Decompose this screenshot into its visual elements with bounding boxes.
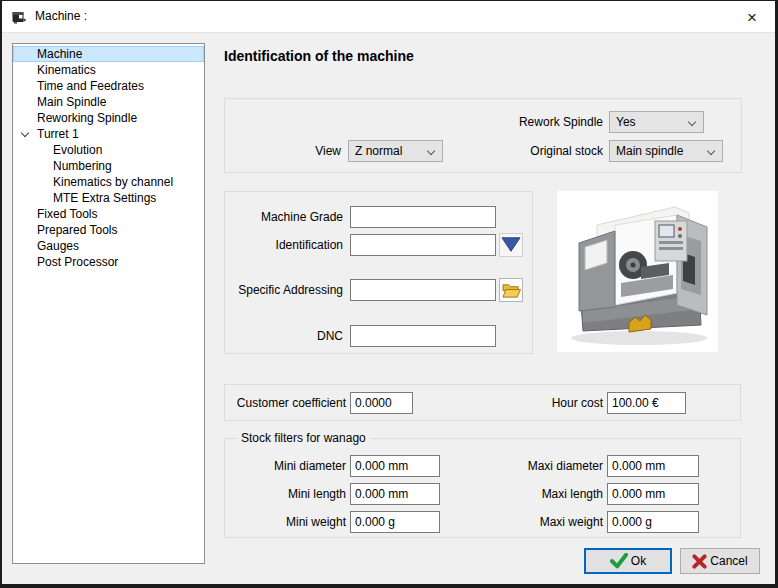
mini-length-field[interactable]	[350, 483, 440, 505]
specific-addressing-field[interactable]	[350, 279, 496, 301]
sidebar-item-kinematics-by-channel[interactable]: Kinematics by channel	[13, 174, 204, 190]
cancel-button[interactable]: Cancel	[680, 548, 760, 574]
machine-icon	[11, 9, 27, 25]
sidebar-item-mte-extra-settings[interactable]: MTE Extra Settings	[13, 190, 204, 206]
stock-filters-title: Stock filters for wanago	[237, 431, 370, 445]
cancel-x-icon	[692, 554, 707, 569]
sidebar-item-fixed-tools[interactable]: Fixed Tools	[13, 206, 204, 222]
folder-open-icon	[502, 282, 521, 299]
maxi-diameter-field[interactable]	[607, 455, 699, 477]
sidebar-item-gauges[interactable]: Gauges	[13, 238, 204, 254]
ok-button[interactable]: Ok	[584, 548, 672, 574]
rework-spindle-select[interactable]: Yes	[609, 111, 704, 133]
sidebar-item-time-and-feedrates[interactable]: Time and Feedrates	[13, 78, 204, 94]
browse-folder-button[interactable]	[499, 278, 523, 302]
close-button[interactable]: ×	[729, 1, 775, 33]
original-stock-value: Main spindle	[616, 144, 683, 158]
identification-field[interactable]	[350, 234, 496, 256]
original-stock-select[interactable]: Main spindle	[609, 140, 723, 162]
cancel-button-label: Cancel	[710, 554, 747, 568]
mini-length-label: Mini length	[225, 483, 346, 505]
mini-weight-label: Mini weight	[225, 511, 346, 533]
sidebar-item-kinematics[interactable]: Kinematics	[13, 62, 204, 78]
sidebar-item-label: Turret 1	[37, 127, 79, 141]
hour-cost-field[interactable]	[607, 392, 686, 414]
window-title: Machine :	[35, 9, 87, 23]
chevron-down-icon	[688, 118, 696, 126]
sidebar-item-main-spindle[interactable]: Main Spindle	[13, 94, 204, 110]
maxi-length-field[interactable]	[607, 483, 699, 505]
machine-dialog: Machine : × Machine Kinematics Time and …	[0, 0, 778, 588]
identification-picker-button[interactable]	[499, 233, 523, 257]
maxi-length-label: Maxi length	[465, 483, 603, 505]
sidebar-item-prepared-tools[interactable]: Prepared Tools	[13, 222, 204, 238]
stock-filters-group: Stock filters for wanago Mini diameter M…	[224, 438, 741, 538]
machine-photo	[557, 191, 718, 352]
mini-diameter-label: Mini diameter	[225, 455, 346, 477]
machine-grade-field[interactable]	[350, 206, 496, 228]
triangle-down-icon	[500, 236, 522, 254]
maxi-diameter-label: Maxi diameter	[465, 455, 603, 477]
machine-grade-label: Machine Grade	[225, 206, 343, 228]
sidebar-item-turret-1[interactable]: Turret 1	[13, 126, 204, 142]
maxi-weight-label: Maxi weight	[465, 511, 603, 533]
view-value: Z normal	[355, 144, 402, 158]
mini-diameter-field[interactable]	[350, 455, 440, 477]
customer-coefficient-label: Customer coefficient	[225, 392, 346, 414]
ok-button-label: Ok	[631, 554, 646, 568]
hour-cost-label: Hour cost	[465, 392, 603, 414]
dnc-label: DNC	[225, 325, 343, 347]
maxi-weight-field[interactable]	[607, 511, 699, 533]
sidebar-tree: Machine Kinematics Time and Feedrates Ma…	[12, 43, 205, 564]
page-title: Identification of the machine	[224, 48, 414, 64]
sidebar-item-evolution[interactable]: Evolution	[13, 142, 204, 158]
sidebar-item-machine[interactable]: Machine	[13, 46, 204, 62]
ok-check-icon	[610, 553, 628, 569]
dnc-field[interactable]	[350, 325, 496, 347]
specific-addressing-label: Specific Addressing	[225, 279, 343, 301]
mini-weight-field[interactable]	[350, 511, 440, 533]
sidebar-item-post-processor[interactable]: Post Processor	[13, 254, 204, 270]
rework-spindle-label: Rework Spindle	[225, 111, 603, 133]
original-stock-label: Original stock	[425, 140, 603, 162]
view-label: View	[225, 140, 341, 162]
sidebar-item-reworking-spindle[interactable]: Reworking Spindle	[13, 110, 204, 126]
sidebar-item-numbering[interactable]: Numbering	[13, 158, 204, 174]
close-icon: ×	[747, 9, 757, 26]
identification-label: Identification	[225, 234, 343, 256]
spindle-group: Rework Spindle Yes View Z normal Origina…	[224, 98, 742, 173]
rework-spindle-value: Yes	[616, 115, 636, 129]
titlebar: Machine : ×	[2, 1, 775, 33]
customer-coefficient-field[interactable]	[350, 392, 413, 414]
chevron-down-icon	[707, 147, 715, 155]
chevron-down-icon[interactable]	[21, 129, 29, 137]
cost-group: Customer coefficient Hour cost	[224, 384, 741, 421]
identity-group: Machine Grade Identification Specific Ad…	[224, 191, 533, 354]
